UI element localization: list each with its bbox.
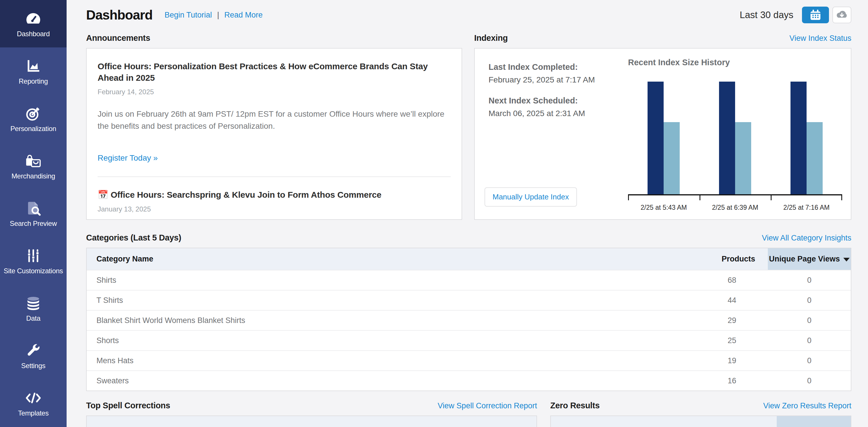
zero-results-table-header — [550, 416, 851, 427]
sidebar-item-label: Search Preview — [10, 220, 57, 228]
sidebar-item-search-preview[interactable]: Search Preview — [0, 190, 67, 237]
view-all-category-insights-link[interactable]: View All Category Insights — [762, 234, 851, 243]
announcement-body: Join us on February 26th at 9am PST/ 12p… — [98, 108, 451, 132]
sidebar-item-label: Settings — [21, 362, 45, 370]
announcement: 📅 Office Hours: Searchspring & Klevu Joi… — [98, 189, 451, 220]
categories-section: Categories (Last 5 Days) View All Catego… — [86, 233, 851, 391]
index-size-bar-dark — [719, 82, 735, 194]
manually-update-index-button[interactable]: Manually Update Index — [485, 187, 577, 207]
products-cell: 25 — [636, 336, 768, 345]
x-axis-label: 2/25 at 7:16 AM — [764, 204, 849, 211]
sidebar-item-label: Data — [26, 314, 40, 322]
bar-group — [648, 82, 680, 194]
spell-corrections-heading: Top Spell Corrections — [86, 401, 170, 410]
index-size-bar-light — [663, 122, 680, 194]
target-icon — [25, 105, 41, 122]
sidebar-item-site-customizations[interactable]: Site Customizations — [0, 237, 67, 284]
page-header: Dashboard Begin Tutorial | Read More Las… — [86, 0, 851, 22]
sliders-icon — [26, 247, 40, 265]
category-name-cell: Shirts — [87, 276, 636, 285]
top-panels-row: Announcements Office Hours: Personalizat… — [86, 22, 851, 220]
export-button[interactable] — [832, 7, 851, 23]
announcements-section: Announcements Office Hours: Personalizat… — [86, 22, 462, 220]
calendar-emoji: 📅 — [98, 190, 111, 199]
view-spell-correction-report-link[interactable]: View Spell Correction Report — [438, 401, 537, 410]
sidebar-item-templates[interactable]: Templates — [0, 379, 67, 427]
unique-page-views-cell: 0 — [768, 376, 851, 385]
view-zero-results-report-link[interactable]: View Zero Results Report — [763, 401, 851, 410]
products-cell: 44 — [636, 296, 768, 305]
code-icon — [25, 389, 42, 407]
begin-tutorial-link[interactable]: Begin Tutorial — [164, 11, 212, 20]
sidebar-item-reporting[interactable]: Reporting — [0, 48, 67, 95]
products-cell: 68 — [636, 276, 768, 285]
category-name-cell: Blanket Shirt World Womens Blanket Shirt… — [87, 316, 636, 325]
sidebar: DashboardReportingPersonalizationMerchan… — [0, 0, 67, 427]
x-axis-tick — [771, 195, 772, 200]
shopping-bags-icon — [25, 152, 42, 170]
sidebar-item-label: Templates — [18, 409, 49, 417]
sidebar-item-settings[interactable]: Settings — [0, 332, 67, 379]
column-header-category-name[interactable]: Category Name — [87, 248, 636, 270]
table-row: Shorts250 — [87, 330, 851, 350]
sidebar-item-dashboard[interactable]: Dashboard — [0, 0, 67, 48]
wrench-icon — [26, 342, 41, 360]
unique-page-views-cell: 0 — [768, 296, 851, 305]
database-icon — [26, 294, 41, 312]
column-header-products[interactable]: Products — [636, 248, 768, 270]
date-range-picker-button[interactable] — [802, 7, 829, 23]
unique-page-views-cell: 0 — [768, 336, 851, 345]
categories-table: Category Name Products Unique Page Views… — [86, 248, 851, 391]
page-title: Dashboard — [86, 7, 152, 23]
link-separator: | — [217, 11, 219, 20]
read-more-link[interactable]: Read More — [224, 11, 262, 20]
categories-table-body: Shirts680T Shirts440Blanket Shirt World … — [87, 270, 851, 391]
announcement-date: January 13, 2025 — [98, 205, 451, 213]
view-index-status-link[interactable]: View Index Status — [789, 34, 851, 43]
products-cell: 19 — [636, 356, 768, 365]
categories-heading: Categories (Last 5 Days) — [86, 233, 181, 243]
table-row: Blanket Shirt World Womens Blanket Shirt… — [87, 310, 851, 330]
unique-page-views-cell: 0 — [768, 276, 851, 285]
sidebar-item-label: Personalization — [10, 125, 56, 133]
announcement-date: February 14, 2025 — [98, 88, 451, 96]
sidebar-item-merchandising[interactable]: Merchandising — [0, 142, 67, 190]
table-row: Mens Hats190 — [87, 350, 851, 370]
indexing-heading: Indexing — [474, 33, 508, 43]
sidebar-item-label: Dashboard — [17, 30, 50, 38]
indexing-section: Indexing View Index Status Last Index Co… — [474, 22, 851, 220]
sidebar-item-data[interactable]: Data — [0, 284, 67, 332]
announcement: Office Hours: Personalization Best Pract… — [98, 61, 451, 163]
header-links: Begin Tutorial | Read More — [164, 11, 262, 20]
category-name-cell: Mens Hats — [87, 356, 636, 365]
column-header-unique-page-views-label: Unique Page Views — [769, 255, 840, 263]
date-range-label: Last 30 days — [740, 9, 794, 20]
sidebar-item-personalization[interactable]: Personalization — [0, 95, 67, 142]
x-axis-tick — [700, 195, 701, 200]
table-row: T Shirts440 — [87, 290, 851, 310]
main-content: Dashboard Begin Tutorial | Read More Las… — [86, 0, 851, 427]
sidebar-item-label: Merchandising — [11, 172, 55, 180]
spell-corrections-section: Top Spell Corrections View Spell Correct… — [86, 401, 537, 427]
zero-results-heading: Zero Results — [550, 401, 600, 410]
register-today-link[interactable]: Register Today » — [98, 153, 158, 163]
x-axis-tick — [628, 195, 629, 200]
announcement-divider — [98, 176, 451, 177]
unique-page-views-cell: 0 — [768, 316, 851, 325]
calendar-icon — [809, 8, 822, 22]
zero-results-sorted-column-header — [777, 416, 851, 427]
document-search-icon — [26, 199, 41, 217]
category-name-cell: Sweaters — [87, 376, 636, 385]
x-axis-tick — [841, 195, 842, 200]
chart-plot-area — [628, 49, 842, 195]
products-cell: 29 — [636, 316, 768, 325]
announcements-panel: Office Hours: Personalization Best Pract… — [86, 48, 462, 220]
indexing-panel: Last Index Completed: February 25, 2025 … — [474, 48, 851, 220]
table-row: Sweaters160 — [87, 370, 851, 391]
index-size-chart: Recent Index Size History 2/25 at 5:43 A… — [627, 49, 848, 220]
bottom-panels-row: Top Spell Corrections View Spell Correct… — [86, 401, 851, 427]
column-header-unique-page-views[interactable]: Unique Page Views — [768, 248, 851, 270]
sidebar-item-label: Site Customizations — [4, 267, 63, 275]
zero-results-section: Zero Results View Zero Results Report — [550, 401, 851, 427]
spell-corrections-table-header — [86, 416, 537, 427]
